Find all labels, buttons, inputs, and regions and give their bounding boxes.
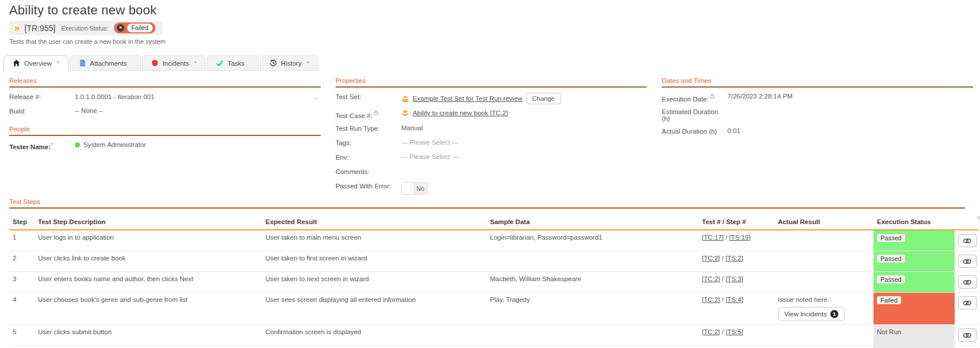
release-label: Release #: <box>9 93 75 100</box>
failed-x-icon: × <box>117 24 124 32</box>
test-case-ref-link[interactable]: [TC:2] <box>702 255 720 262</box>
test-step-ref-link[interactable]: [TS:5] <box>725 328 743 335</box>
test-case-ref-link[interactable]: [TC:2] <box>702 328 720 335</box>
section-divider <box>9 86 321 88</box>
section-divider <box>662 86 973 88</box>
attach-cell <box>955 325 979 346</box>
execution-date-value: 7/26/2023 2:28:14 PM <box>727 93 973 100</box>
tab-incidents[interactable]: Incidents * <box>142 55 206 71</box>
step-description: User clicks link to create book <box>35 251 262 272</box>
test-set-value: Example Test Set for Test Run review Cha… <box>401 93 647 104</box>
view-incidents-button[interactable]: View Incidents 1 <box>778 307 845 321</box>
table-row[interactable]: 2 User clicks link to create book User t… <box>9 251 979 272</box>
attach-cell <box>955 230 979 251</box>
tab-label: Overview <box>24 60 52 67</box>
step-number: 1 <box>9 230 35 251</box>
test-steps-section-title: Test Steps <box>9 198 979 207</box>
test-step-refs: [TC:2] / [TS:2] <box>698 251 774 272</box>
tab-asterisk: * <box>307 60 309 67</box>
releases-section-title: Releases <box>9 77 321 86</box>
step-number: 6 <box>9 346 35 348</box>
env-select[interactable]: --- Please Select --- <box>401 153 647 160</box>
lock-icon <box>710 93 715 99</box>
sample-data <box>487 325 698 346</box>
col-refs: Test # / Step # <box>698 216 774 230</box>
execution-status-label: Execution Status: <box>61 25 108 32</box>
test-case-ref-link[interactable]: [TC:17] <box>702 234 724 241</box>
env-label: Env: <box>336 153 401 161</box>
table-row[interactable]: 1 User logs in to application User taken… <box>9 230 979 251</box>
close-icon[interactable]: × <box>976 213 980 222</box>
table-row[interactable]: 3 User enters books name and author, the… <box>9 272 979 293</box>
test-run-id: [TR:955] <box>24 24 55 33</box>
build-value: -- None -- <box>75 107 321 114</box>
execution-status-cell: Failed <box>873 293 955 325</box>
tab-label: Tasks <box>227 60 244 67</box>
tab-label: History <box>281 60 302 67</box>
test-case-value: Ability to create new book [TC:2] <box>401 109 647 116</box>
execution-status-cell: Not Run <box>873 346 955 348</box>
sample-data: Login=librarian, Password=password1 <box>487 230 698 251</box>
execution-date-label: Execution Date: <box>662 93 727 103</box>
test-case-ref-link[interactable]: [TC:2] <box>702 296 720 303</box>
execution-status-cell: Passed <box>873 230 955 251</box>
col-actual: Actual Result <box>774 216 873 230</box>
tab-overview[interactable]: Overview * <box>3 55 69 71</box>
table-row[interactable]: 6 Execute certain steps Risks seem to be… <box>9 346 979 348</box>
attach-cell <box>955 346 979 348</box>
table-row[interactable]: 5 User clicks submit button Confirmation… <box>9 325 979 346</box>
table-row[interactable]: 4 User chooses book's genre and sub-genr… <box>9 293 979 325</box>
sample-data: https://champions.spiraservice.net/1/Ris… <box>487 346 698 348</box>
section-divider <box>9 135 321 136</box>
link-icon[interactable] <box>958 275 977 289</box>
tags-select[interactable]: --- Please Select --- <box>401 139 647 146</box>
passed-with-error-toggle[interactable]: No <box>401 182 428 195</box>
actual-result <box>774 325 873 346</box>
test-case-ref-link[interactable]: [TC:2] <box>702 275 720 282</box>
tab-tasks[interactable]: Tasks <box>207 55 259 71</box>
tab-asterisk: * <box>194 60 196 67</box>
test-set-link[interactable]: Example Test Set for Test Run review <box>413 95 523 102</box>
toggle-label: No <box>414 185 427 192</box>
test-run-type-label: Test Run Type: <box>336 124 401 132</box>
link-icon[interactable] <box>958 255 977 268</box>
estimated-duration-label: Estimated Duration (h) <box>662 108 727 122</box>
step-number: 5 <box>9 325 35 346</box>
check-icon <box>216 60 223 67</box>
link-icon[interactable] <box>958 296 977 309</box>
document-icon <box>79 59 86 67</box>
link-icon[interactable] <box>958 234 977 247</box>
tab-strip: Overview * Attachments Incidents * Tasks… <box>3 55 320 71</box>
tab-history[interactable]: History * <box>260 55 318 71</box>
tags-row: Tags: --- Please Select --- <box>336 139 647 148</box>
column-releases-people: Releases Release #: 1.0.1.0.0001 - Itera… <box>9 77 321 200</box>
history-icon <box>269 59 277 67</box>
column-dates: Dates and Times Execution Date: 7/26/202… <box>662 77 973 200</box>
actual-result: Issue noted here. View Incidents 1 <box>774 293 873 325</box>
change-test-set-button[interactable]: Change <box>526 93 561 104</box>
sample-data: Play, Tragedy <box>487 293 698 325</box>
col-sample: Sample Data <box>487 216 698 230</box>
attach-cell <box>955 272 979 293</box>
attach-cell <box>955 251 979 272</box>
execution-status-cell: Passed <box>873 251 955 272</box>
actual-duration-label: Actual Duration (h) <box>662 127 727 135</box>
expected-result: User taken to main menu screen <box>262 230 487 251</box>
tab-attachments[interactable]: Attachments <box>70 55 141 71</box>
test-step-ref-link[interactable]: [TS:3] <box>725 275 743 282</box>
comments-row: Comments: <box>336 168 647 177</box>
test-run-type-value: Manual <box>401 124 647 131</box>
test-steps-table: Step Test Step Description Expected Resu… <box>9 216 979 348</box>
test-step-ref-link[interactable]: [TS:4] <box>725 296 743 303</box>
expected-result: User taken to first screen in wizard <box>262 251 487 272</box>
test-step-ref-link[interactable]: [TS:19] <box>729 234 750 241</box>
release-arrow-icon[interactable]: → <box>312 93 321 101</box>
actual-result <box>774 272 873 293</box>
link-icon[interactable] <box>958 328 977 342</box>
build-label: Build: <box>9 107 75 115</box>
tester-value: System Administrator <box>75 141 321 148</box>
test-step-ref-link[interactable]: [TS:2] <box>725 255 743 262</box>
test-case-link[interactable]: Ability to create new book [TC:2] <box>413 109 508 116</box>
double-chevron-icon: » <box>14 23 18 33</box>
expected-result: User sees screen displaying all entered … <box>262 293 487 325</box>
